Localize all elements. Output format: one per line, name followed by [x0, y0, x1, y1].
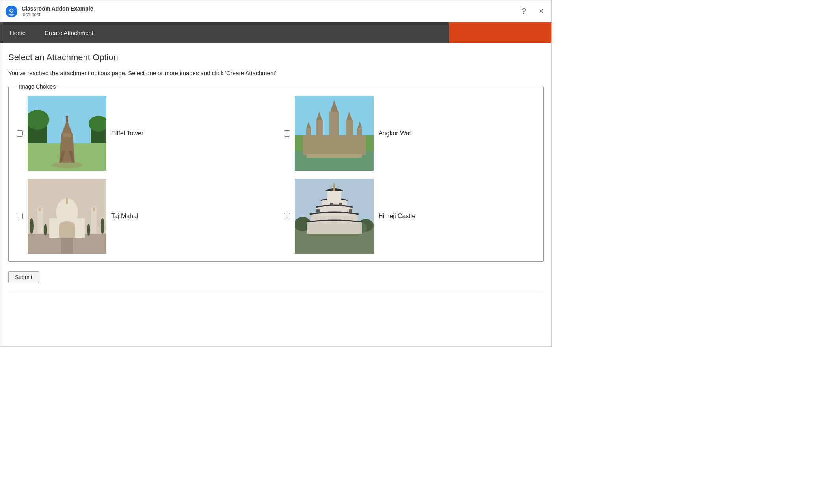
- close-button[interactable]: ×: [536, 6, 547, 17]
- title-bar-left: Classroom Addon Example localhost: [5, 5, 93, 18]
- image-item-himeji: Himeji Castle: [284, 179, 535, 254]
- svg-point-14: [51, 162, 83, 168]
- svg-point-43: [30, 218, 34, 234]
- svg-rect-12: [63, 133, 71, 137]
- svg-rect-54: [316, 207, 352, 216]
- svg-rect-60: [330, 203, 333, 206]
- svg-rect-13: [66, 116, 68, 122]
- svg-rect-20: [329, 112, 339, 135]
- nav-home[interactable]: Home: [0, 22, 35, 43]
- checkbox-angkor[interactable]: [284, 130, 290, 137]
- svg-rect-39: [39, 207, 41, 211]
- submit-button[interactable]: Submit: [8, 271, 39, 283]
- image-item-eiffel: Eiffel Tower: [17, 96, 268, 171]
- svg-rect-29: [307, 154, 362, 158]
- svg-rect-26: [306, 128, 311, 135]
- nav-bar: Home Create Attachment: [0, 22, 551, 43]
- page-heading: Select an Attachment Option: [8, 52, 544, 63]
- checkbox-himeji[interactable]: [284, 213, 290, 219]
- image-item-angkor: Angkor Wat: [284, 96, 535, 171]
- footer-divider: [8, 293, 544, 293]
- image-item-taj: Taj Mahal: [17, 179, 268, 254]
- svg-point-45: [44, 224, 47, 236]
- image-grid: Eiffel Tower: [17, 96, 535, 254]
- image-taj: [28, 179, 106, 254]
- svg-rect-28: [357, 128, 362, 135]
- title-info: Classroom Addon Example localhost: [22, 6, 93, 17]
- svg-rect-61: [339, 203, 342, 206]
- page-description: You've reached the attachment options pa…: [8, 70, 544, 76]
- svg-rect-57: [333, 183, 335, 191]
- image-choices-fieldset: Image Choices: [8, 83, 544, 262]
- checkbox-taj[interactable]: [17, 213, 23, 219]
- label-taj: Taj Mahal: [111, 213, 138, 220]
- svg-rect-42: [93, 207, 95, 211]
- svg-rect-30: [311, 151, 358, 154]
- app-title: Classroom Addon Example: [22, 6, 93, 12]
- nav-spacer: [103, 22, 449, 43]
- image-eiffel: [28, 96, 106, 171]
- app-url: localhost: [22, 12, 93, 17]
- svg-rect-36: [66, 198, 68, 204]
- svg-rect-22: [316, 120, 323, 135]
- nav-accent-block: [449, 22, 551, 43]
- checkbox-eiffel[interactable]: [17, 130, 23, 137]
- help-button[interactable]: ?: [518, 6, 529, 17]
- svg-point-46: [87, 224, 90, 236]
- image-angkor: [295, 96, 374, 171]
- app-icon: [5, 5, 18, 18]
- image-choices-legend: Image Choices: [17, 83, 58, 90]
- svg-rect-24: [346, 120, 353, 135]
- image-himeji: [295, 179, 374, 254]
- title-bar-right: ? ×: [518, 6, 547, 17]
- page-content: Select an Attachment Option You've reach…: [0, 43, 551, 302]
- svg-rect-59: [349, 209, 352, 213]
- svg-point-44: [101, 218, 104, 234]
- svg-rect-56: [327, 191, 341, 202]
- title-bar: Classroom Addon Example localhost ? ×: [0, 0, 551, 22]
- nav-create-attachment[interactable]: Create Attachment: [35, 22, 103, 43]
- svg-point-2: [10, 9, 13, 12]
- svg-rect-58: [316, 209, 320, 213]
- label-himeji: Himeji Castle: [378, 213, 415, 220]
- label-angkor: Angkor Wat: [378, 130, 411, 137]
- label-eiffel: Eiffel Tower: [111, 130, 143, 137]
